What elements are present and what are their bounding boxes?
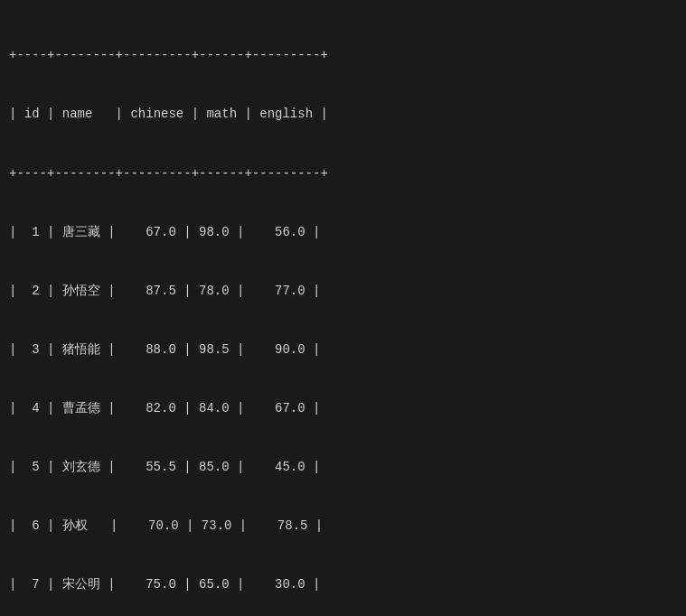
terminal: +----+--------+---------+------+--------…	[9, 7, 677, 616]
table-row: | 6 | 孙权 | 70.0 | 73.0 | 78.5 |	[9, 517, 677, 537]
table1-header-separator: +----+--------+---------+------+--------…	[9, 164, 677, 184]
table-row: | 2 | 孙悟空 | 87.5 | 78.0 | 77.0 |	[9, 282, 677, 302]
table-row: | 5 | 刘玄德 | 55.5 | 85.0 | 45.0 |	[9, 458, 677, 478]
table-row: | 4 | 曹孟德 | 82.0 | 84.0 | 67.0 |	[9, 399, 677, 419]
table-row: | 7 | 宋公明 | 75.0 | 65.0 | 30.0 |	[9, 575, 677, 595]
table1-header: | id | name | chinese | math | english |	[9, 105, 677, 125]
table1: +----+--------+---------+------+--------…	[9, 7, 677, 616]
table-row: | 3 | 猪悟能 | 88.0 | 98.5 | 90.0 |	[9, 341, 677, 360]
table1-top-separator: +----+--------+---------+------+--------…	[9, 46, 677, 66]
table-row: | 1 | 唐三藏 | 67.0 | 98.0 | 56.0 |	[9, 223, 677, 243]
